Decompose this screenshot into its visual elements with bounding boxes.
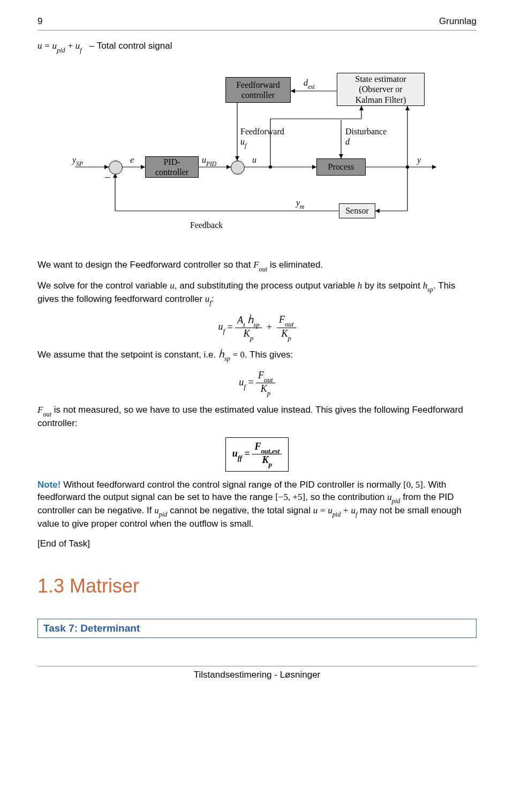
svg-marker-13 bbox=[375, 209, 380, 213]
label-y: y bbox=[417, 155, 421, 165]
equation-uf-simplified: uf = Fout Kp bbox=[37, 370, 477, 397]
sum-node-2 bbox=[231, 161, 245, 174]
page-number: 9 bbox=[37, 16, 42, 27]
label-dest: dest bbox=[304, 78, 315, 89]
block-diagram: − Feedforwardcontroller State estimator(… bbox=[72, 65, 442, 247]
note-label: Note! bbox=[37, 480, 61, 490]
end-of-task: [End of Task] bbox=[37, 538, 477, 550]
equation-uff-boxed: uff = Fout,est Kp bbox=[37, 437, 477, 472]
svg-marker-25 bbox=[405, 106, 410, 110]
label-u: u bbox=[252, 155, 256, 165]
svg-marker-30 bbox=[359, 106, 364, 110]
footer: Tilstandsestimering - Løsninger bbox=[37, 666, 477, 680]
sum-node-1 bbox=[109, 161, 123, 174]
note-paragraph: Note! Without feedforward control the co… bbox=[37, 479, 477, 530]
paragraph-not-measured: Fout is not measured, so we have to use … bbox=[37, 404, 477, 430]
label-ym: ym bbox=[296, 198, 304, 209]
svg-marker-5 bbox=[226, 165, 231, 169]
section-heading-matriser: 1.3Matriser bbox=[37, 575, 477, 597]
svg-marker-9 bbox=[432, 165, 436, 169]
label-upid: uPID bbox=[202, 155, 216, 166]
label-ysp: ySP bbox=[72, 155, 83, 166]
paragraph-want-design: We want to design the Feedforward contro… bbox=[37, 259, 477, 272]
svg-marker-7 bbox=[312, 165, 316, 169]
text: is eliminated. bbox=[270, 260, 323, 270]
feedforward-controller-box: Feedforwardcontroller bbox=[225, 77, 291, 103]
paragraph-assume-constant: We assume that the setpoint is constant,… bbox=[37, 349, 477, 362]
heading-number: 1.3 bbox=[37, 575, 64, 597]
pid-controller-box: PID-controller bbox=[145, 156, 199, 178]
intro-equation-line: u = upid + uf – Total control signal bbox=[37, 40, 477, 54]
state-estimator-box: State estimator(Observer orKalman Filter… bbox=[337, 73, 425, 106]
page-header: 9 Grunnlag bbox=[37, 16, 477, 27]
heading-title: Matriser bbox=[70, 575, 139, 597]
label-e: e bbox=[130, 155, 134, 165]
label-disturbance-d: Disturbanced bbox=[345, 126, 387, 147]
process-box: Process bbox=[316, 158, 366, 176]
chapter-title: Grunnlag bbox=[439, 16, 477, 27]
label-feedback: Feedback bbox=[190, 221, 223, 230]
label-feedforward-uf: Feedforwarduf bbox=[240, 126, 284, 149]
svg-marker-21 bbox=[291, 89, 295, 93]
equation-uf-full: uf = At ḣsp Kp + Fout Kp bbox=[37, 314, 477, 342]
header-rule bbox=[37, 30, 477, 31]
task-label: Task 7: bbox=[43, 623, 78, 634]
task-title: Determinant bbox=[80, 623, 140, 634]
paragraph-solve-for: We solve for the control variable u, and… bbox=[37, 280, 477, 307]
svg-marker-3 bbox=[141, 165, 145, 169]
footer-text: Tilstandsestimering - Løsninger bbox=[194, 670, 321, 680]
text: We want to design the Feedforward contro… bbox=[37, 260, 253, 270]
task-box-determinant: Task 7: Determinant bbox=[37, 619, 477, 638]
svg-text:−: − bbox=[104, 171, 110, 183]
sensor-box: Sensor bbox=[339, 203, 375, 218]
svg-marker-23 bbox=[339, 154, 343, 158]
svg-marker-19 bbox=[235, 156, 239, 161]
svg-marker-1 bbox=[104, 165, 109, 169]
